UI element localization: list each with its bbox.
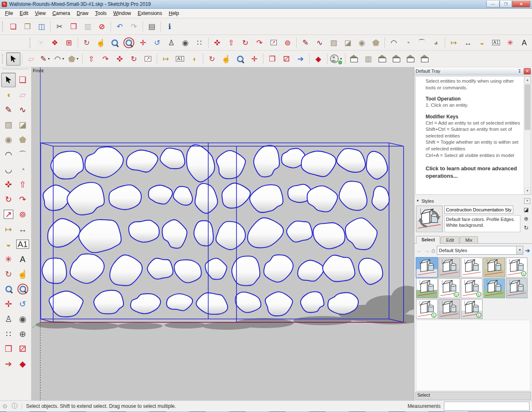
scale-button[interactable]: ↗ (141, 52, 155, 66)
stone[interactable] (42, 258, 66, 283)
extension-manager-button[interactable]: ⚂ (279, 52, 293, 66)
create-new-style-icon[interactable]: ⊕ (524, 216, 529, 222)
three-d-text-button[interactable]: A (15, 252, 30, 267)
stone[interactable] (187, 145, 214, 182)
pie-button[interactable]: ◔ (15, 162, 30, 177)
open-file-button[interactable]: ❐ (20, 20, 34, 33)
stone[interactable] (287, 221, 313, 242)
stone[interactable] (254, 145, 279, 177)
details-arrow-icon[interactable]: ➔ (525, 247, 530, 254)
pan-button[interactable]: ☝ (94, 36, 108, 49)
menu-item-draw[interactable]: Draw (74, 9, 92, 17)
model-edge[interactable] (389, 143, 404, 146)
previous-view-button[interactable]: ↺ (150, 36, 164, 49)
stone[interactable] (131, 294, 160, 314)
erase-delete-button[interactable]: ⊘ (95, 20, 109, 33)
tape-measure-button[interactable]: ↦ (447, 36, 461, 49)
3d-warehouse-button[interactable]: ❒ (265, 52, 279, 66)
circle-button[interactable]: ◉ (1, 132, 16, 147)
zoom-button[interactable] (233, 52, 247, 66)
eraser-button[interactable]: ▱ (24, 52, 38, 66)
component-options-button[interactable]: ⊞ (62, 36, 76, 49)
style-name-input[interactable] (444, 206, 513, 214)
style-thumbnail-10[interactable] (506, 278, 527, 298)
scroll-thumb[interactable] (525, 84, 530, 130)
stone[interactable] (129, 220, 159, 242)
stone[interactable] (359, 258, 383, 284)
stone[interactable] (345, 218, 377, 250)
three-point-arc-button[interactable]: ⌒ (415, 36, 429, 49)
undo-button[interactable]: ↶ (113, 20, 127, 33)
stone[interactable] (323, 255, 355, 282)
stone[interactable] (217, 150, 246, 179)
tab-edit[interactable]: Edit (441, 236, 459, 243)
menu-item-view[interactable]: View (32, 9, 49, 17)
toolbar-grip[interactable] (2, 69, 29, 71)
dropdown-arrow-icon[interactable]: ▼ (62, 57, 64, 60)
follow-me-button[interactable]: ↷ (99, 52, 113, 66)
menu-item-edit[interactable]: Edit (16, 9, 32, 17)
account-button[interactable]: ▼✓ (329, 52, 343, 66)
make-component-button[interactable]: ❑ (15, 73, 30, 87)
stone[interactable] (162, 220, 187, 248)
zoom-extents-button[interactable]: ✛ (136, 36, 150, 49)
share-model-button[interactable]: ➔ (1, 357, 16, 371)
dropdown-arrow-icon[interactable]: ▼ (340, 57, 342, 60)
position-camera-button[interactable]: ♙ (1, 312, 16, 326)
styles-close-icon[interactable]: ✕ (524, 198, 530, 204)
position-camera-button[interactable]: ♙ (164, 36, 178, 49)
polygon-button[interactable] (369, 36, 383, 49)
three-d-text-button[interactable]: A (517, 36, 531, 49)
look-around-button[interactable]: ◉ (15, 312, 30, 326)
style-thumbnail-7[interactable]: ↻ (438, 278, 460, 298)
new-file-button[interactable]: ❏ (6, 20, 20, 33)
push-pull-button[interactable]: ⇧ (224, 36, 239, 49)
stone[interactable] (337, 149, 365, 172)
pan-button[interactable]: ☝ (15, 267, 30, 282)
look-around-button[interactable]: ◉ (178, 36, 192, 49)
stone[interactable] (264, 255, 293, 282)
style-thumbnail-4[interactable] (483, 258, 505, 277)
stone[interactable] (298, 260, 323, 282)
freehand-button[interactable]: ∿ (313, 36, 327, 49)
walk-button[interactable]: ∷ (192, 36, 207, 49)
instructor-scrollbar[interactable]: ▲ ▼ (524, 76, 531, 194)
rotated-rectangle-button[interactable]: ◪ (341, 36, 355, 49)
back-arrow-icon[interactable]: ← (416, 247, 422, 254)
line-button[interactable]: ✎▼ (38, 52, 52, 66)
toolbar-grip[interactable] (2, 22, 5, 32)
menu-item-window[interactable]: Window (110, 9, 135, 17)
stone[interactable] (194, 221, 214, 246)
push-pull-button[interactable]: ⇧ (84, 52, 99, 66)
style-thumbnail-12[interactable] (438, 299, 460, 319)
view-front-button[interactable] (375, 52, 389, 66)
toolbar-grip[interactable] (2, 54, 5, 64)
stone[interactable] (216, 221, 246, 250)
move-button[interactable]: ✜ (210, 36, 224, 49)
toolbar-grip[interactable] (30, 38, 32, 48)
model-info-button[interactable]: ℹ (163, 20, 177, 33)
menu-item-camera[interactable]: Camera (49, 9, 74, 17)
style-thumbnail-9[interactable] (483, 278, 505, 298)
circle-button[interactable]: ◉ (355, 36, 369, 49)
zoom-extents-button[interactable]: ✛ (247, 52, 261, 66)
dimension-button[interactable]: ↔ (461, 36, 475, 49)
stone[interactable] (339, 181, 367, 210)
rectangle-button[interactable]: ▧ (1, 118, 16, 132)
zoom-extents-button[interactable]: ✛ (1, 297, 16, 311)
style-thumbnail-11[interactable]: ↻ (416, 299, 438, 319)
text-button[interactable]: A1 (173, 52, 187, 66)
walk-button[interactable]: ∷ (1, 327, 16, 341)
home-icon[interactable]: ⌂ (431, 247, 435, 254)
zoom-window-button[interactable] (15, 282, 30, 297)
paint-bucket-button[interactable]: ◖ (187, 52, 201, 66)
stone[interactable] (148, 258, 173, 280)
push-pull-button[interactable]: ⇧ (15, 177, 30, 192)
zoom-button[interactable] (1, 282, 16, 297)
rotated-rectangle-button[interactable]: ◪ (15, 118, 30, 132)
chevron-down-icon[interactable]: ▼ (516, 246, 523, 254)
protractor-button[interactable]: ◒ (1, 237, 16, 252)
orbit-button[interactable]: ↻ (205, 52, 219, 66)
stone[interactable] (126, 150, 158, 172)
3d-warehouse-button[interactable]: ❒ (1, 342, 16, 356)
